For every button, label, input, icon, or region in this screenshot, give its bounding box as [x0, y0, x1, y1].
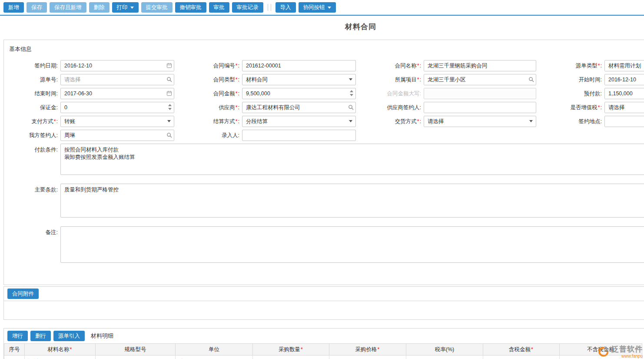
print-button-label: 打印	[117, 5, 128, 10]
supplier-input[interactable]	[242, 102, 356, 113]
search-icon[interactable]	[164, 74, 174, 84]
submit-approval-button-label: 提交审批	[146, 5, 168, 10]
delete-button-label: 删除	[94, 5, 105, 10]
search-icon[interactable]	[346, 102, 355, 112]
entry-person-label: 录入人:	[174, 132, 242, 139]
page: 新增保存保存且新增删除打印提交审批撤销审批审批审批记录导入协同按钮 材料合同 基…	[0, 0, 644, 359]
advance-payment-input[interactable]	[604, 88, 644, 99]
payment-terms-textarea[interactable]	[60, 144, 644, 175]
main-clauses-label: 主要条款:	[4, 184, 60, 194]
save-button-label: 保存	[31, 5, 42, 10]
contract-amount-input[interactable]	[242, 88, 356, 99]
amount-in-words-field	[424, 88, 536, 99]
cell-seq[interactable]: 1	[4, 356, 25, 359]
entry-person-input[interactable]	[242, 130, 356, 141]
source-no-input[interactable]	[60, 74, 174, 85]
dropdown-caret-icon[interactable]	[164, 116, 174, 126]
vat-flag-input[interactable]	[604, 102, 644, 113]
revoke-approval-button[interactable]: 撤销审批	[175, 2, 206, 13]
search-icon[interactable]	[526, 74, 536, 84]
form-row: 主要条款:	[4, 184, 644, 218]
attachment-section: 合同附件	[3, 286, 644, 320]
cell-spec-model[interactable]: φ30	[96, 356, 176, 359]
main-clauses-textarea[interactable]	[60, 184, 644, 218]
cell-tax-excluded-amount[interactable]: 2,769.00	[560, 356, 642, 359]
start-date-input[interactable]	[604, 74, 644, 85]
cell-material-name[interactable]: 钢材	[25, 356, 96, 359]
settlement-method-input[interactable]	[242, 116, 356, 127]
collaboration-button[interactable]: 协同按钮	[299, 2, 336, 13]
save-and-new-button[interactable]: 保存且新增	[50, 2, 86, 13]
project-input[interactable]	[424, 74, 536, 85]
end-date-field	[60, 88, 174, 99]
cell-tax-included-amount[interactable]: 2,800.00	[483, 356, 560, 359]
deposit-input[interactable]	[60, 102, 174, 113]
remarks-textarea[interactable]	[60, 226, 644, 263]
cell-tax-rate[interactable]	[406, 356, 483, 359]
basic-info-form: 签约日期:合同编号*:合同名称*:源单类型*:源单号:合同类型*:所属项目*:开…	[4, 56, 644, 285]
sign-place-input[interactable]	[604, 116, 644, 127]
contract-no-input[interactable]	[242, 60, 356, 71]
amount-in-words-label: 合同金额大写:	[356, 90, 424, 97]
delete-row-button[interactable]: 删行	[30, 331, 51, 341]
contract-attachment-label: 合同附件	[12, 291, 34, 297]
save-button[interactable]: 保存	[27, 2, 47, 13]
form-row: 保证金:供应商*:供应商签约人:是否增值税*:	[4, 102, 644, 113]
add-row-button[interactable]: 增行	[7, 331, 28, 341]
contract-type-input[interactable]	[242, 74, 356, 85]
cell-unit[interactable]: 吨	[176, 356, 253, 359]
source-type-input[interactable]	[604, 60, 644, 71]
our-signer-input[interactable]	[60, 130, 174, 141]
dropdown-caret-icon[interactable]	[346, 74, 355, 84]
delivery-method-input[interactable]	[424, 116, 536, 127]
supplier-signer-input[interactable]	[424, 102, 536, 113]
amount-in-words-input[interactable]	[424, 88, 536, 99]
calendar-icon[interactable]	[164, 60, 174, 70]
approve-button[interactable]: 审批	[209, 2, 229, 13]
contract-name-field	[424, 60, 536, 71]
delete-button[interactable]: 删除	[89, 2, 110, 13]
page-title: 材料合同	[0, 16, 644, 40]
spinner-up-icon[interactable]	[350, 90, 353, 92]
spinner-down-icon[interactable]	[168, 108, 172, 110]
new-button[interactable]: 新增	[3, 2, 24, 13]
search-icon[interactable]	[164, 130, 174, 140]
settlement-method-field	[242, 116, 356, 127]
spinner-up-icon[interactable]	[168, 104, 172, 106]
calendar-icon[interactable]	[164, 88, 174, 98]
contract-name-input[interactable]	[424, 60, 536, 71]
contract-attachment-button[interactable]: 合同附件	[7, 289, 39, 299]
material-detail-section: 增行删行源单引入 材料明细 序号材料名称*规格型号单位采购数量*采购价格*税率(…	[3, 328, 644, 359]
required-asterisk: *	[236, 118, 238, 124]
delivery-method-field	[424, 116, 536, 127]
cell-purchase-price[interactable]: 2,760.00	[329, 356, 406, 359]
import-source-button[interactable]: 源单引入	[53, 331, 85, 341]
dropdown-caret-icon[interactable]	[526, 116, 536, 126]
approval-record-button[interactable]: 审批记录	[232, 2, 263, 13]
required-asterisk: *	[598, 104, 600, 111]
dropdown-caret-icon[interactable]	[346, 116, 355, 126]
sign-date-label: 签约日期:	[4, 62, 60, 70]
contract-amount-field	[242, 88, 356, 99]
material-detail-table: 序号材料名称*规格型号单位采购数量*采购价格*税率(%)含税金额*不含税金额 1…	[4, 343, 642, 359]
cell-purchase-qty[interactable]: 780.00	[253, 356, 329, 359]
payment-method-input[interactable]	[60, 116, 174, 127]
end-date-label: 结束时间:	[4, 90, 60, 97]
contract-type-field	[242, 74, 356, 85]
print-button[interactable]: 打印	[112, 2, 139, 13]
end-date-input[interactable]	[60, 88, 174, 99]
required-asterisk: *	[531, 346, 533, 352]
import-button-label: 导入	[280, 5, 291, 10]
collaboration-button-label: 协同按钮	[303, 5, 325, 10]
advance-payment-label: 预付款:	[536, 90, 604, 97]
submit-approval-button[interactable]: 提交审批	[141, 2, 173, 13]
attachment-header: 合同附件	[4, 287, 644, 301]
delivery-method-label: 交货方式*:	[356, 118, 424, 125]
spinner-down-icon[interactable]	[350, 94, 353, 96]
required-asterisk: *	[70, 346, 72, 352]
import-button[interactable]: 导入	[276, 2, 296, 13]
form-row: 支付方式*:结算方式*:交货方式*:签约地点:	[4, 116, 644, 127]
col-purchase-price: 采购价格*	[329, 344, 406, 356]
advance-payment-field	[604, 88, 644, 99]
sign-date-input[interactable]	[60, 60, 174, 71]
